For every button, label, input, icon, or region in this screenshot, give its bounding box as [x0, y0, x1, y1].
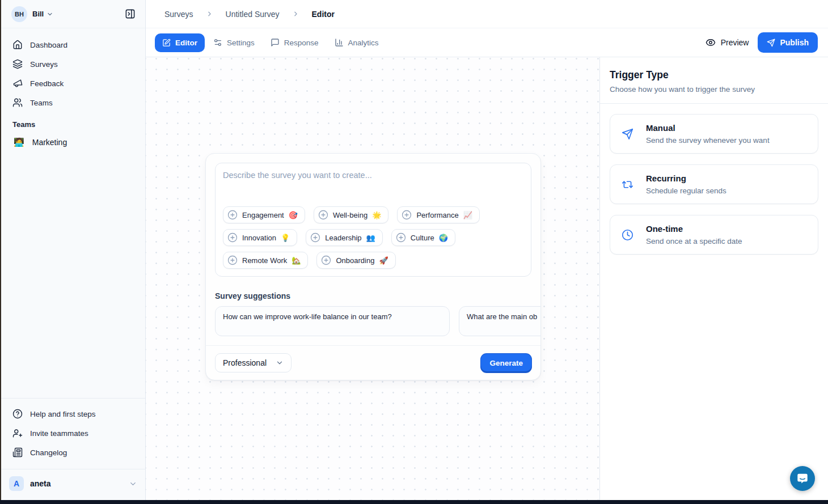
chip-label: Well-being [333, 211, 367, 219]
chip-label: Onboarding [336, 256, 374, 265]
sidebar-item-marketing-team[interactable]: 🧑‍💻 Marketing [7, 133, 140, 151]
generate-button[interactable]: Generate [481, 354, 531, 372]
chip-onboarding[interactable]: Onboarding 🚀 [316, 252, 395, 269]
sidebar-item-surveys[interactable]: Surveys [7, 54, 140, 74]
sidebar-item-invite[interactable]: Invite teammates [7, 423, 140, 443]
chip-label: Performance [416, 211, 458, 219]
tab-analytics[interactable]: Analytics [327, 33, 386, 52]
preview-label: Preview [721, 38, 749, 47]
chip-emoji: 🌟 [372, 211, 381, 219]
chip-leadership[interactable]: Leadership 👥 [306, 229, 383, 246]
plus-circle-icon [396, 232, 406, 243]
trigger-options: Manual Send the survey whenever you want… [600, 104, 828, 265]
chip-label: Innovation [242, 234, 276, 242]
chevron-down-icon [47, 11, 53, 18]
suggestion-card[interactable]: What are the main ob [459, 306, 541, 336]
sidebar-item-teams[interactable]: Teams [7, 93, 140, 112]
panel-subtitle: Choose how you want to trigger the surve… [610, 85, 818, 94]
editor-canvas[interactable]: Engagement 🎯 Well-being 🌟 Performance [146, 57, 600, 500]
chip-well-being[interactable]: Well-being 🌟 [314, 206, 388, 223]
tab-response[interactable]: Response [263, 33, 326, 52]
tab-label: Response [284, 39, 319, 47]
sidebar-item-dashboard[interactable]: Dashboard [7, 35, 140, 54]
sidebar-nav: Dashboard Surveys Feedback Teams [1, 28, 145, 151]
panel-title: Trigger Type [610, 69, 818, 81]
breadcrumb-untitled-survey[interactable]: Untitled Survey [226, 10, 280, 19]
suggestion-card[interactable]: How can we improve work-life balance in … [215, 306, 450, 336]
trigger-option-one-time[interactable]: One-time Send once at a specific date [610, 215, 818, 255]
message-square-icon [271, 38, 280, 47]
prompt-card: Engagement 🎯 Well-being 🌟 Performance [215, 163, 531, 277]
toolbar: Editor Settings Response Analytics [146, 28, 828, 57]
plus-circle-icon [310, 232, 320, 243]
option-description: Schedule regular sends [646, 187, 726, 195]
square-pen-icon [162, 39, 171, 47]
breadcrumb: Surveys Untitled Survey Editor [146, 0, 828, 28]
plus-circle-icon [318, 210, 328, 220]
plus-circle-icon [227, 232, 238, 243]
workspace-avatar[interactable]: BH [11, 6, 27, 22]
survey-composer-panel: Engagement 🎯 Well-being 🌟 Performance [205, 153, 541, 380]
chip-engagement[interactable]: Engagement 🎯 [223, 206, 305, 223]
option-title: Manual [646, 123, 770, 133]
breadcrumb-surveys[interactable]: Surveys [164, 10, 193, 19]
sidebar-item-changelog[interactable]: Changelog [7, 443, 140, 462]
sidebar-item-help[interactable]: Help and first steps [7, 404, 140, 423]
repeat-icon [622, 179, 633, 190]
sidebar: BH Bill Dashboard [1, 0, 146, 500]
chevron-right-icon [206, 10, 213, 18]
account-menu[interactable]: A aneta [1, 469, 145, 500]
chip-emoji: 🎯 [289, 211, 298, 219]
user-plus-icon [12, 428, 23, 438]
settings-sliders-icon [213, 38, 222, 47]
sidebar-item-label: Changelog [30, 448, 67, 457]
sidebar-item-feedback[interactable]: Feedback [7, 74, 140, 93]
chip-innovation[interactable]: Innovation 💡 [223, 229, 297, 246]
option-description: Send once at a specific date [646, 237, 742, 245]
chip-culture[interactable]: Culture 🌍 [391, 229, 455, 246]
preview-button[interactable]: Preview [706, 37, 749, 48]
sidebar-item-label: Invite teammates [30, 429, 88, 438]
topic-chips: Engagement 🎯 Well-being 🌟 Performance [223, 206, 523, 269]
plus-circle-icon [227, 255, 238, 265]
users-icon [12, 98, 23, 108]
app-window: BH Bill Dashboard [0, 0, 828, 500]
tab-label: Editor [175, 39, 197, 47]
chip-remote-work[interactable]: Remote Work 🏡 [223, 252, 308, 269]
trigger-type-panel: Trigger Type Choose how you want to trig… [600, 57, 828, 500]
chevron-down-icon [129, 480, 137, 488]
tab-label: Settings [227, 39, 255, 47]
content: Engagement 🎯 Well-being 🌟 Performance [146, 57, 828, 500]
survey-prompt-input[interactable] [223, 171, 523, 206]
option-description: Send the survey whenever you want [646, 136, 770, 145]
layers-icon [12, 59, 23, 69]
tab-label: Analytics [348, 39, 379, 47]
chip-label: Remote Work [242, 256, 287, 265]
suggestions-title: Survey suggestions [215, 291, 531, 300]
send-icon [767, 39, 775, 47]
composer-footer: Professional Generate [206, 345, 540, 380]
sidebar-collapse-button[interactable] [121, 6, 138, 23]
chip-emoji: 🏡 [292, 256, 301, 265]
account-avatar: A [9, 476, 24, 491]
tab-settings[interactable]: Settings [206, 33, 262, 52]
option-title: Recurring [646, 173, 726, 183]
chip-emoji: 🚀 [379, 256, 388, 265]
sidebar-item-label: Teams [30, 99, 53, 107]
house-icon [12, 40, 23, 50]
chat-launcher-button[interactable] [790, 466, 815, 491]
chip-performance[interactable]: Performance 📈 [397, 206, 480, 223]
team-emoji: 🧑‍💻 [14, 137, 24, 147]
trigger-option-recurring[interactable]: Recurring Schedule regular sends [610, 164, 818, 204]
clock-icon [622, 229, 633, 241]
chip-label: Culture [411, 234, 434, 242]
chat-bubble-icon [796, 472, 809, 485]
newspaper-icon [12, 447, 23, 458]
tone-select[interactable]: Professional [215, 353, 292, 372]
sidebar-header: BH Bill [1, 0, 145, 28]
tab-editor[interactable]: Editor [155, 33, 205, 52]
chevron-right-icon [292, 10, 299, 18]
trigger-option-manual[interactable]: Manual Send the survey whenever you want [610, 114, 818, 154]
workspace-name[interactable]: Bill [32, 10, 44, 18]
publish-button[interactable]: Publish [758, 32, 818, 53]
